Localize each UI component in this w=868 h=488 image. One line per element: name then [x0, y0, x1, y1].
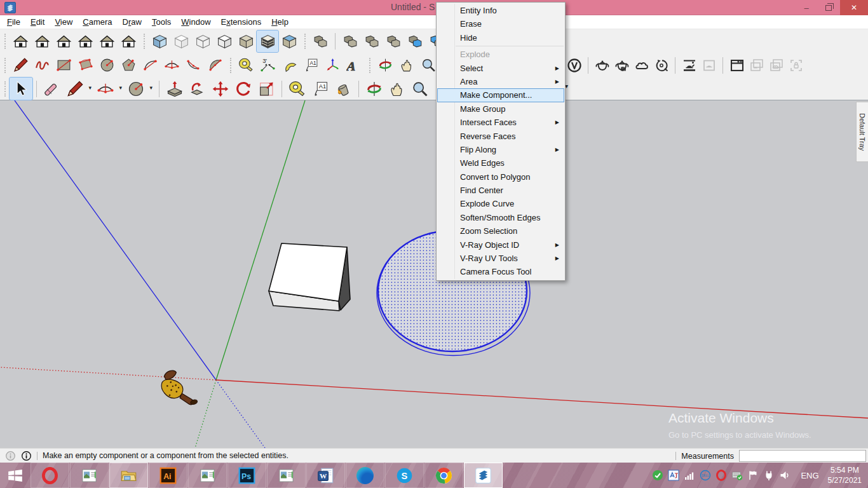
menu-window[interactable]: Window — [176, 15, 215, 29]
context-item-find-center[interactable]: Find Center — [437, 184, 564, 197]
scale-tool-icon[interactable] — [255, 78, 278, 100]
view-right-icon[interactable] — [74, 30, 96, 52]
pan-tool-2-icon[interactable] — [386, 78, 409, 100]
tape-measure-tool-icon[interactable] — [235, 55, 257, 76]
context-item-entity-info[interactable]: Entity Info — [437, 4, 564, 17]
vray-viewport-render-icon[interactable] — [679, 55, 699, 76]
text-tool-icon[interactable] — [300, 55, 322, 76]
three-point-arc-tool-icon[interactable] — [182, 55, 204, 76]
protractor-tool-icon[interactable] — [278, 55, 300, 76]
flag-action-center-icon[interactable] — [747, 470, 759, 481]
menu-view[interactable]: View — [50, 15, 78, 29]
toolbar-grip[interactable] — [144, 34, 145, 49]
taskbar-opera[interactable] — [31, 463, 69, 488]
menu-draw[interactable]: Draw — [118, 15, 147, 29]
context-item-area[interactable]: Area▶ — [437, 75, 564, 88]
menu-file[interactable]: File — [2, 15, 25, 29]
dropdown-arrow-icon[interactable]: ▾ — [88, 85, 92, 91]
3d-text-tool-icon[interactable] — [343, 55, 365, 76]
dropdown-arrow-icon[interactable]: ▾ — [119, 85, 122, 91]
zoom-tool-2-icon[interactable] — [409, 78, 431, 100]
context-item-reverse-faces[interactable]: Reverse Faces — [437, 130, 564, 143]
dell-support-icon[interactable]: DELL — [700, 470, 711, 481]
move-tool-icon[interactable] — [209, 78, 232, 100]
context-item-explode-curve[interactable]: Explode Curve — [437, 197, 564, 210]
select-tool-icon[interactable] — [10, 78, 32, 100]
language-indicator[interactable]: ENG — [801, 471, 818, 480]
power-plug-icon[interactable] — [763, 470, 775, 481]
context-item-soften-smooth-edges[interactable]: Soften/Smooth Edges — [437, 211, 564, 224]
scale-figure[interactable] — [158, 366, 198, 412]
opera-tray-icon[interactable] — [715, 470, 727, 481]
menu-extensions[interactable]: Extensions — [216, 15, 267, 29]
arc-tools-menu-icon[interactable]: ▾ — [94, 78, 117, 100]
style-xray-icon[interactable] — [149, 30, 170, 52]
toolbar-grip[interactable] — [4, 34, 6, 49]
vray-lock-camera-icon[interactable] — [786, 55, 806, 76]
ime-language-icon[interactable] — [668, 470, 679, 481]
view-top-icon[interactable] — [31, 30, 53, 52]
solid-intersect-icon[interactable] — [339, 30, 361, 52]
vray-cloud-manager-icon[interactable] — [766, 55, 786, 76]
context-item-select[interactable]: Select▶ — [437, 62, 564, 75]
close-button[interactable]: ✕ — [840, 0, 868, 15]
white-box[interactable] — [269, 243, 350, 311]
menu-tools[interactable]: Tools — [147, 15, 176, 29]
solid-outer-shell-icon[interactable] — [309, 30, 331, 52]
context-item-make-component[interactable]: Make Component... — [437, 88, 564, 102]
rotated-rectangle-tool-icon[interactable] — [74, 55, 96, 76]
taskbar-edge[interactable] — [346, 463, 384, 488]
context-item-explode[interactable]: Explode — [437, 48, 564, 61]
rotate-tool-icon[interactable] — [232, 78, 255, 100]
toolbar-grip[interactable] — [230, 58, 231, 73]
vray-asset-editor-icon[interactable] — [727, 55, 747, 76]
menu-edit[interactable]: Edit — [25, 15, 50, 29]
orbit-tool-2-icon[interactable] — [363, 78, 386, 100]
vray-render-last-icon[interactable] — [747, 55, 766, 76]
menu-help[interactable]: Help — [266, 15, 294, 29]
taskbar-app-window-2[interactable] — [188, 463, 227, 488]
default-tray-tab[interactable]: Default Tray — [856, 102, 868, 162]
freehand-tool-icon[interactable] — [31, 55, 53, 76]
orbit-tool-icon[interactable] — [374, 55, 396, 76]
tape-measure-tool-2-icon[interactable] — [286, 78, 309, 100]
toolbar-grip[interactable] — [4, 81, 6, 97]
taskbar-app-window-3[interactable] — [267, 463, 306, 488]
context-item-camera-focus-tool[interactable]: Camera Focus Tool — [437, 265, 564, 278]
pan-tool-icon[interactable] — [396, 55, 417, 76]
line-tool-menu-icon[interactable]: ▾ — [64, 78, 86, 100]
toolbar-grip[interactable] — [369, 58, 370, 73]
taskbar-skype[interactable]: S — [385, 463, 424, 488]
vray-batch-render-icon[interactable] — [651, 55, 671, 76]
push-pull-tool-icon[interactable] — [163, 78, 186, 100]
signal-bars-icon[interactable] — [684, 470, 695, 481]
style-shaded-textures-icon[interactable] — [257, 30, 278, 52]
toolbar-grip[interactable] — [4, 58, 6, 73]
taskbar-photoshop[interactable]: Ps — [227, 463, 266, 488]
line-tool-icon[interactable] — [10, 55, 31, 76]
context-item-weld-edges[interactable]: Weld Edges — [437, 156, 564, 170]
vray-interactive-render-icon[interactable] — [612, 55, 632, 76]
rectangle-tool-icon[interactable] — [53, 55, 74, 76]
style-hidden-line-icon[interactable] — [214, 30, 235, 52]
taskbar-word[interactable]: W — [306, 463, 345, 488]
vray-viewport-render-region-icon[interactable] — [699, 55, 719, 76]
taskbar-illustrator[interactable]: Ai — [149, 463, 187, 488]
solid-trim-icon[interactable] — [404, 30, 426, 52]
measurements-input[interactable] — [739, 450, 866, 462]
two-point-arc-tool-icon[interactable] — [161, 55, 182, 76]
axes-tool-icon[interactable] — [322, 55, 343, 76]
arc-tool-icon[interactable] — [139, 55, 161, 76]
context-item-make-group[interactable]: Make Group — [437, 102, 564, 116]
solid-union-icon[interactable] — [361, 30, 383, 52]
style-wireframe-icon[interactable] — [192, 30, 214, 52]
context-item-flip-along[interactable]: Flip Along▶ — [437, 143, 564, 156]
paint-bucket-tool-icon[interactable] — [332, 78, 355, 100]
minimize-button[interactable]: – — [796, 0, 817, 15]
view-front-icon[interactable] — [53, 30, 74, 52]
taskbar-file-explorer[interactable] — [109, 463, 148, 488]
style-monochrome-icon[interactable] — [278, 30, 300, 52]
context-item-convert-to-polygon[interactable]: Convert to Polygon — [437, 170, 564, 184]
start-button[interactable] — [6, 467, 24, 484]
context-item-erase[interactable]: Erase — [437, 17, 564, 30]
